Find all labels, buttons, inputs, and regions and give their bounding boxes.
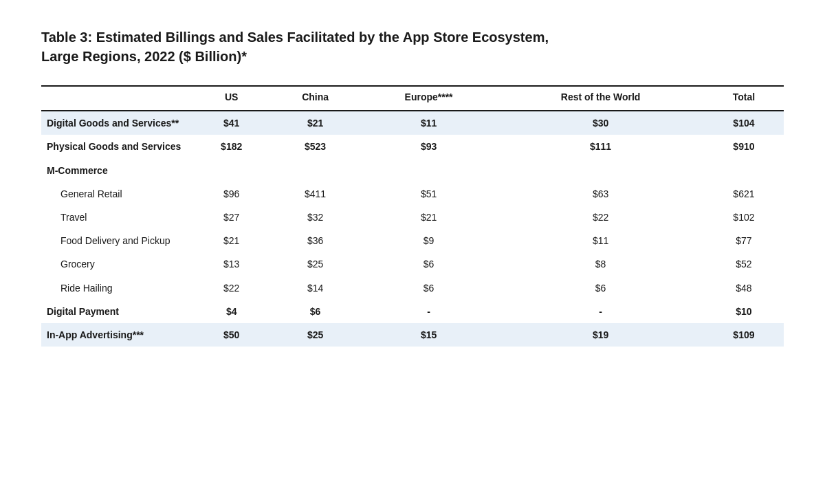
cell-row-m-commerce — [497, 159, 704, 182]
cell-row-in-app-advertising: $19 — [497, 323, 704, 347]
cell-europe-food-delivery: $9 — [360, 229, 497, 252]
col-header-row: Rest of the World — [497, 86, 704, 111]
cell-label-digital-payment: Digital Payment — [41, 300, 192, 323]
cell-europe-ride-hailing: $6 — [360, 276, 497, 300]
table-row-ride-hailing: Ride Hailing$22$14$6$6$48 — [41, 276, 784, 300]
cell-total-food-delivery: $77 — [704, 229, 784, 252]
cell-europe-digital-payment: - — [360, 300, 497, 323]
cell-row-general-retail: $63 — [497, 182, 704, 206]
cell-total-general-retail: $621 — [704, 182, 784, 206]
cell-europe-digital-goods: $11 — [360, 111, 497, 135]
cell-us-in-app-advertising: $50 — [192, 323, 270, 347]
table-row-physical-goods: Physical Goods and Services$182$523$93$1… — [41, 135, 784, 158]
cell-china-in-app-advertising: $25 — [270, 323, 360, 347]
cell-row-ride-hailing: $6 — [497, 276, 704, 300]
cell-total-digital-goods: $104 — [704, 111, 784, 135]
cell-us-physical-goods: $182 — [192, 135, 270, 158]
title-line2: Large Regions, 2022 ($ Billion)* — [41, 49, 247, 64]
cell-europe-travel: $21 — [360, 206, 497, 229]
cell-label-digital-goods: Digital Goods and Services** — [41, 111, 192, 135]
cell-us-travel: $27 — [192, 206, 270, 229]
table-row-in-app-advertising: In-App Advertising***$50$25$15$19$109 — [41, 323, 784, 347]
cell-label-m-commerce: M-Commerce — [41, 159, 192, 182]
table-row-travel: Travel$27$32$21$22$102 — [41, 206, 784, 229]
cell-us-ride-hailing: $22 — [192, 276, 270, 300]
table-title: Table 3: Estimated Billings and Sales Fa… — [41, 28, 605, 66]
cell-row-digital-payment: - — [497, 300, 704, 323]
cell-china-grocery: $25 — [270, 252, 360, 276]
cell-total-physical-goods: $910 — [704, 135, 784, 158]
cell-us-digital-goods: $41 — [192, 111, 270, 135]
cell-china-general-retail: $411 — [270, 182, 360, 206]
cell-row-grocery: $8 — [497, 252, 704, 276]
cell-total-travel: $102 — [704, 206, 784, 229]
cell-europe-general-retail: $51 — [360, 182, 497, 206]
page-container: Table 3: Estimated Billings and Sales Fa… — [41, 28, 784, 347]
cell-us-food-delivery: $21 — [192, 229, 270, 252]
cell-label-grocery: Grocery — [41, 252, 192, 276]
cell-europe-physical-goods: $93 — [360, 135, 497, 158]
cell-china-travel: $32 — [270, 206, 360, 229]
cell-china-ride-hailing: $14 — [270, 276, 360, 300]
cell-us-grocery: $13 — [192, 252, 270, 276]
cell-label-travel: Travel — [41, 206, 192, 229]
title-line1: Table 3: Estimated Billings and Sales Fa… — [41, 30, 549, 45]
billings-table: US China Europe**** Rest of the World To… — [41, 85, 784, 347]
table-header-row: US China Europe**** Rest of the World To… — [41, 86, 784, 111]
cell-label-general-retail: General Retail — [41, 182, 192, 206]
col-header-china: China — [270, 86, 360, 111]
cell-china-physical-goods: $523 — [270, 135, 360, 158]
table-row-digital-payment: Digital Payment$4$6--$10 — [41, 300, 784, 323]
cell-europe-m-commerce — [360, 159, 497, 182]
cell-total-in-app-advertising: $109 — [704, 323, 784, 347]
cell-row-digital-goods: $30 — [497, 111, 704, 135]
cell-label-food-delivery: Food Delivery and Pickup — [41, 229, 192, 252]
cell-total-ride-hailing: $48 — [704, 276, 784, 300]
cell-europe-grocery: $6 — [360, 252, 497, 276]
cell-us-general-retail: $96 — [192, 182, 270, 206]
table-row-digital-goods: Digital Goods and Services**$41$21$11$30… — [41, 111, 784, 135]
table-row-general-retail: General Retail$96$411$51$63$621 — [41, 182, 784, 206]
cell-europe-in-app-advertising: $15 — [360, 323, 497, 347]
cell-row-travel: $22 — [497, 206, 704, 229]
col-header-total: Total — [704, 86, 784, 111]
cell-label-physical-goods: Physical Goods and Services — [41, 135, 192, 158]
col-header-europe: Europe**** — [360, 86, 497, 111]
cell-row-food-delivery: $11 — [497, 229, 704, 252]
table-row-food-delivery: Food Delivery and Pickup$21$36$9$11$77 — [41, 229, 784, 252]
cell-total-m-commerce — [704, 159, 784, 182]
cell-china-food-delivery: $36 — [270, 229, 360, 252]
cell-total-grocery: $52 — [704, 252, 784, 276]
col-header-label — [41, 86, 192, 111]
data-table-wrapper: US China Europe**** Rest of the World To… — [41, 85, 784, 347]
cell-us-digital-payment: $4 — [192, 300, 270, 323]
cell-china-digital-goods: $21 — [270, 111, 360, 135]
col-header-us: US — [192, 86, 270, 111]
cell-china-m-commerce — [270, 159, 360, 182]
cell-row-physical-goods: $111 — [497, 135, 704, 158]
cell-total-digital-payment: $10 — [704, 300, 784, 323]
table-row-grocery: Grocery$13$25$6$8$52 — [41, 252, 784, 276]
cell-us-m-commerce — [192, 159, 270, 182]
table-row-m-commerce: M-Commerce — [41, 159, 784, 182]
cell-china-digital-payment: $6 — [270, 300, 360, 323]
cell-label-in-app-advertising: In-App Advertising*** — [41, 323, 192, 347]
cell-label-ride-hailing: Ride Hailing — [41, 276, 192, 300]
